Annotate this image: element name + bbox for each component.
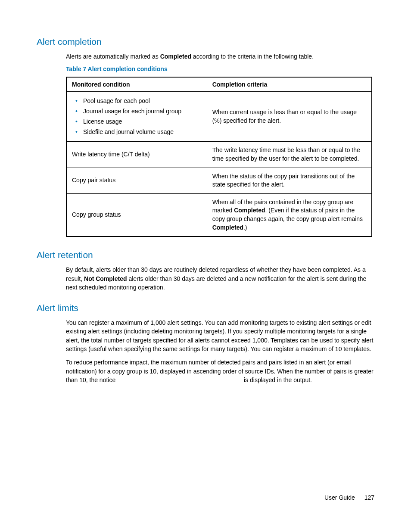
criteria-text-bold1: Completed: [234, 207, 265, 214]
table-row: Pool usage for each pool Journal usage f…: [66, 92, 372, 142]
table-caption: Table 7 Alert completion conditions: [66, 65, 379, 72]
intro-text-before: Alerts are automatically marked as: [66, 53, 160, 60]
section-alert-retention: Alert retention By default, alerts older…: [37, 250, 379, 292]
table-cell-criteria: When all of the pairs contained in the c…: [207, 193, 372, 236]
limits-paragraph-2: To reduce performance impact, the maximu…: [66, 358, 379, 384]
criteria-text-c: .): [243, 224, 247, 231]
table-cell-criteria: The write latency time must be less than…: [207, 142, 372, 168]
limits-p2-main: To reduce performance impact, the maximu…: [66, 359, 374, 383]
table-cell-condition: Write latency time (C/T delta): [66, 142, 207, 168]
page-number: 127: [364, 494, 374, 501]
list-item: Sidefile and journal volume usage: [75, 127, 202, 137]
list-item: License usage: [75, 117, 202, 127]
limits-p2-tail: is displayed in the output.: [244, 376, 312, 383]
table-header-left: Monitored condition: [66, 77, 207, 92]
footer-label: User Guide: [324, 494, 355, 501]
table-cell-condition: Copy pair status: [66, 168, 207, 193]
table-row: Write latency time (C/T delta) The write…: [66, 142, 372, 168]
intro-paragraph: Alerts are automatically marked as Compl…: [66, 52, 379, 61]
table-cell-criteria: When current usage is less than or equal…: [207, 92, 372, 142]
table-row: Copy pair status When the status of the …: [66, 168, 372, 193]
page-footer: User Guide 127: [324, 494, 374, 501]
intro-text-bold: Completed: [160, 53, 191, 60]
list-item: Journal usage for each journal group: [75, 106, 202, 117]
table-cell-condition: Pool usage for each pool Journal usage f…: [66, 92, 207, 142]
heading-alert-retention: Alert retention: [37, 250, 379, 260]
table-header-right: Completion criteria: [207, 77, 372, 92]
limits-paragraph-1: You can register a maximum of 1,000 aler…: [66, 318, 379, 353]
criteria-text-bold2: Completed: [212, 224, 243, 231]
heading-alert-completion: Alert completion: [37, 37, 379, 47]
table-cell-condition: Copy group status: [66, 193, 207, 236]
section-alert-completion: Alert completion Alerts are automaticall…: [37, 37, 379, 237]
heading-alert-limits: Alert limits: [37, 303, 379, 313]
table-cell-criteria: When the status of the copy pair transit…: [207, 168, 372, 193]
retention-text-bold: Not Completed: [84, 275, 127, 282]
alert-completion-table: Monitored condition Completion criteria …: [66, 77, 372, 237]
table-row: Copy group status When all of the pairs …: [66, 193, 372, 236]
section-alert-limits: Alert limits You can register a maximum …: [37, 303, 379, 384]
intro-text-after: according to the criteria in the followi…: [191, 53, 314, 60]
list-item: Pool usage for each pool: [75, 96, 202, 106]
retention-paragraph: By default, alerts older than 30 days ar…: [66, 265, 379, 292]
